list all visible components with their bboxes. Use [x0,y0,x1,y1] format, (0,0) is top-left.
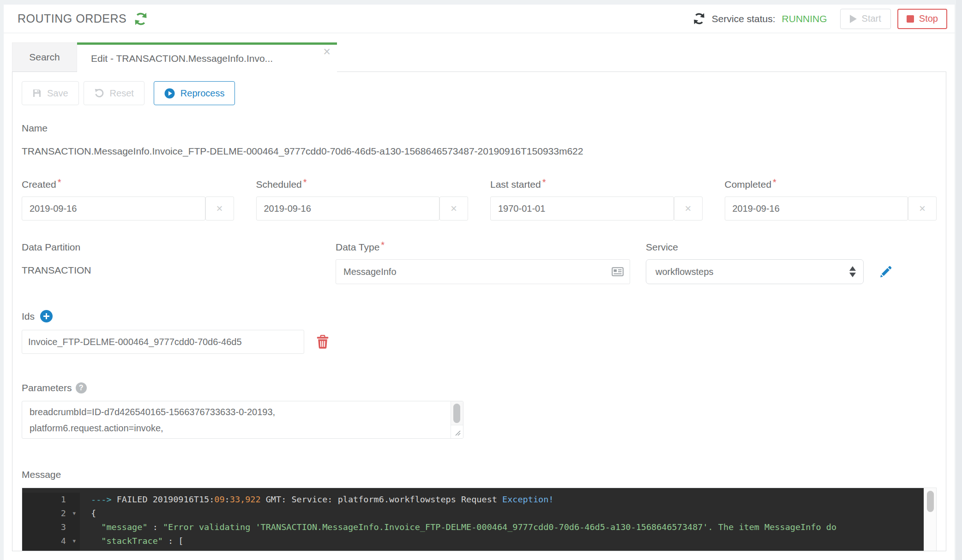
code-line: 1---> FAILED 20190916T15:09:33,922 GMT: … [22,493,924,506]
data-type-field: Data Type* [336,242,646,284]
status-refresh-icon[interactable] [693,12,705,25]
start-button-label: Start [862,13,881,24]
service-field: Service workflowsteps [646,242,937,284]
code-line: 2▾{ [22,506,924,520]
reprocess-button-label: Reprocess [180,88,225,99]
data-partition-field: Data Partition TRANSACTION [22,242,336,284]
main-card: ROUTING ORDERS [4,5,955,560]
last-started-label: Last started [490,179,541,190]
created-field: Created* × [22,179,234,220]
completed-input[interactable] [725,197,908,220]
help-icon[interactable]: ? [76,382,87,393]
reset-button[interactable]: Reset [84,81,144,105]
service-status-label: Service status: [712,13,776,24]
parameters-value: breadcrumbId=ID-d7d426540165-15663767336… [22,401,463,438]
code-scrollbar[interactable] [924,488,936,551]
save-button[interactable]: Save [22,81,79,105]
page-scrollbar[interactable] [956,0,962,560]
last-started-input[interactable] [490,197,674,220]
parameters-textarea[interactable]: breadcrumbId=ID-d7d426540165-15663767336… [22,401,463,439]
dates-grid: Created* × Scheduled* × Last started* [22,179,937,220]
tab-search[interactable]: Search [12,42,77,71]
card-header: ROUTING ORDERS [4,5,955,33]
stop-button[interactable]: Stop [897,9,947,29]
data-row: Data Partition TRANSACTION Data Type* [22,242,937,284]
vcard-icon[interactable] [612,266,624,278]
service-status-group: Service status: RUNNING Start Stop [693,9,947,29]
toolbar: Save Reset [22,81,937,105]
stop-button-label: Stop [919,13,938,24]
code-line: 5 "io.platform6.common.util.P6Exception:… [22,548,924,551]
required-mark: * [58,177,61,187]
last-started-field: Last started* × [490,179,703,220]
code-scroll-thumb[interactable] [927,491,934,512]
clear-created-button[interactable]: × [205,197,234,220]
name-value: TRANSACTION.MessageInfo.Invoice_FTP-DELM… [22,146,937,157]
undo-icon [94,88,104,98]
trash-icon[interactable] [316,335,329,349]
code-line: 3 "message" : "Error validating 'TRANSAC… [22,520,924,534]
parameters-label: Parameters [22,382,72,393]
data-partition-value: TRANSACTION [22,265,336,276]
message-code: 1---> FAILED 20190916T15:09:33,922 GMT: … [22,488,937,551]
name-label: Name [22,123,937,134]
ids-section: Ids [22,310,937,354]
created-label: Created [22,179,56,190]
service-select-value: workflowsteps [655,267,714,277]
message-section: Message 1---> FAILED 20190916T15:09:33,9… [22,469,937,551]
parameters-scroll-thumb[interactable] [453,404,460,423]
data-type-input[interactable] [336,259,630,284]
reprocess-button[interactable]: Reprocess [154,81,235,105]
start-button[interactable]: Start [840,9,891,29]
tab-edit[interactable]: Edit - TRANSACTION.MessageInfo.Invo... × [77,42,337,72]
edit-panel: Save Reset [12,71,946,551]
code-lines: 1---> FAILED 20190916T15:09:33,922 GMT: … [22,488,924,551]
clear-last-started-button[interactable]: × [674,197,703,220]
play-icon [850,15,857,23]
required-mark: * [773,177,776,187]
name-section: Name TRANSACTION.MessageInfo.Invoice_FTP… [22,123,937,157]
stop-icon [907,15,914,23]
parameters-section: Parameters ? breadcrumbId=ID-d7d42654016… [22,382,937,439]
fold-arrow-icon[interactable]: ▾ [72,534,76,548]
required-mark: * [381,240,385,250]
routing-orders-page: ROUTING ORDERS [0,0,962,560]
service-select[interactable]: workflowsteps [646,259,864,284]
completed-field: Completed* × [725,179,937,220]
tab-bar: Search Edit - TRANSACTION.MessageInfo.In… [12,42,946,71]
parameters-scrollbar[interactable] [451,401,463,425]
required-mark: * [303,177,307,187]
clear-completed-button[interactable]: × [908,197,937,220]
required-mark: * [542,177,546,187]
data-partition-label: Data Partition [22,242,336,253]
play-circle-icon [164,88,175,99]
code-line: 4▾ "stackTrace" : [ [22,534,924,548]
scheduled-field: Scheduled* × [256,179,469,220]
clear-scheduled-button[interactable]: × [439,197,468,220]
resize-grip-icon[interactable] [451,425,463,438]
edit-pencil-icon[interactable] [878,264,893,279]
id-input[interactable] [22,330,304,354]
completed-label: Completed [725,179,772,190]
scheduled-input[interactable] [256,197,440,220]
service-label: Service [646,242,937,253]
refresh-icon[interactable] [134,12,148,26]
add-id-icon[interactable] [40,310,53,322]
scheduled-label: Scheduled [256,179,302,190]
created-input[interactable] [22,197,205,220]
page-title: ROUTING ORDERS [18,12,126,25]
tab-edit-label: Edit - TRANSACTION.MessageInfo.Invo... [91,53,273,64]
fold-arrow-icon[interactable]: ▾ [72,506,76,520]
save-icon [32,89,42,98]
save-button-label: Save [47,88,68,99]
ids-label: Ids [22,311,35,322]
service-status-value: RUNNING [782,13,827,24]
close-icon[interactable]: × [323,46,331,58]
data-type-label: Data Type [336,242,379,252]
reset-button-label: Reset [110,88,134,99]
select-arrows-icon [849,266,856,277]
message-label: Message [22,469,937,480]
